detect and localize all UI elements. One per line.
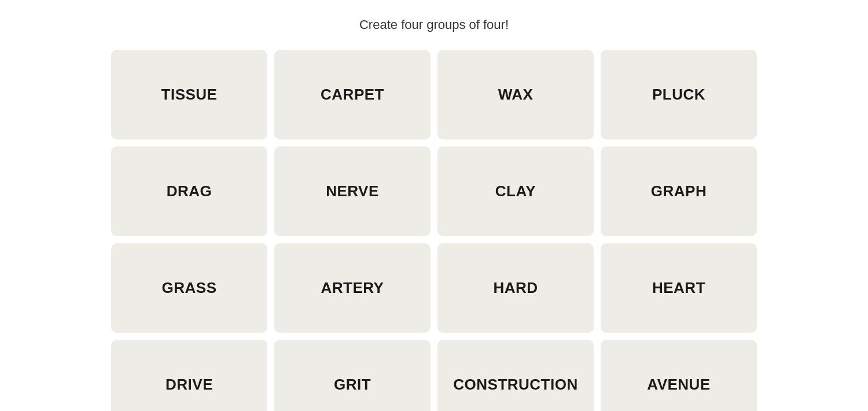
cell-drive[interactable]: DRIVE (111, 340, 267, 411)
cell-nerve[interactable]: NERVE (274, 146, 431, 236)
cell-heart[interactable]: HEART (601, 243, 757, 333)
cell-carpet[interactable]: CARPET (274, 50, 431, 140)
cell-label-carpet: CARPET (321, 86, 384, 104)
cell-wax[interactable]: WAX (437, 50, 594, 140)
cell-label-pluck: PLUCK (652, 86, 705, 104)
cell-label-drag: DRAG (167, 182, 212, 200)
cell-label-avenue: AVENUE (647, 376, 710, 394)
cell-drag[interactable]: DRAG (111, 146, 267, 236)
page-header: Create four groups of four! (359, 17, 509, 32)
cell-label-artery: ARTERY (321, 279, 384, 297)
cell-avenue[interactable]: AVENUE (601, 340, 757, 411)
cell-label-grass: GRASS (162, 279, 217, 297)
cell-label-tissue: TISSUE (161, 86, 218, 104)
cell-label-construction: CONSTRUCTION (453, 376, 578, 394)
cell-label-heart: HEART (652, 279, 705, 297)
cell-grass[interactable]: GRASS (111, 243, 267, 333)
cell-label-graph: GRAPH (651, 182, 707, 200)
cell-pluck[interactable]: PLUCK (601, 50, 757, 140)
cell-graph[interactable]: GRAPH (601, 146, 757, 236)
cell-clay[interactable]: CLAY (437, 146, 594, 236)
cell-label-clay: CLAY (495, 182, 536, 200)
cell-artery[interactable]: ARTERY (274, 243, 431, 333)
cell-grit[interactable]: GRIT (274, 340, 431, 411)
cell-label-wax: WAX (498, 86, 534, 104)
cell-hard[interactable]: HARD (437, 243, 594, 333)
cell-label-hard: HARD (493, 279, 538, 297)
cell-construction[interactable]: CONSTRUCTION (437, 340, 594, 411)
word-grid: TISSUECARPETWAXPLUCKDRAGNERVECLAYGRAPHGR… (111, 50, 757, 411)
cell-label-grit: GRIT (334, 376, 371, 394)
cell-label-drive: DRIVE (165, 376, 213, 394)
cell-tissue[interactable]: TISSUE (111, 50, 267, 140)
cell-label-nerve: NERVE (326, 182, 379, 200)
